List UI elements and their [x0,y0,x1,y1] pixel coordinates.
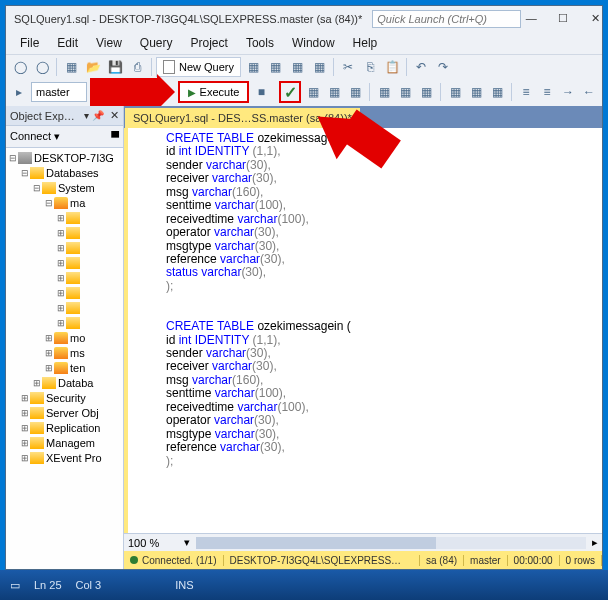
live-stats-icon[interactable]: ▦ [396,82,414,102]
tree-databases[interactable]: Databases [46,167,99,179]
query-options-icon[interactable]: ▦ [325,82,343,102]
dmx-icon[interactable]: ▦ [287,57,307,77]
expand-icon[interactable]: ⊞ [20,453,30,463]
tree-databa[interactable]: Databa [58,377,93,389]
zoom-dropdown-icon[interactable]: ▾ [184,536,190,549]
scrollbar-thumb[interactable] [196,537,436,549]
nav-back-icon[interactable]: ◯ [10,57,30,77]
results-file-icon[interactable]: ▦ [488,82,506,102]
save-icon[interactable]: 💾 [105,57,125,77]
expand-icon[interactable]: ⊞ [56,243,66,253]
redo-icon[interactable]: ↷ [433,57,453,77]
close-button[interactable]: ✕ [585,12,605,26]
separator [333,58,334,76]
minimize-button[interactable]: — [521,12,541,26]
expand-icon[interactable]: ⊞ [44,348,54,358]
expand-icon[interactable]: ⊞ [20,438,30,448]
expand-icon[interactable]: ⊞ [56,213,66,223]
expand-icon[interactable]: ⊞ [20,408,30,418]
expand-icon[interactable]: ⊞ [56,273,66,283]
comment-icon[interactable]: ≡ [517,82,535,102]
menu-view[interactable]: View [88,34,130,52]
expand-icon[interactable]: ⊞ [56,303,66,313]
connected-icon [130,556,138,564]
pin-icon[interactable]: ▾ 📌 [84,110,104,121]
results-text-icon[interactable]: ▦ [467,82,485,102]
indent-icon[interactable]: → [559,82,577,102]
expand-icon[interactable]: ⊟ [8,153,18,163]
menu-project[interactable]: Project [183,34,236,52]
menu-tools[interactable]: Tools [238,34,282,52]
db-icon [54,347,68,359]
database-select[interactable] [31,82,87,102]
xmla-icon[interactable]: ▦ [309,57,329,77]
tree-xevent[interactable]: XEvent Pro [46,452,102,464]
open-icon[interactable]: 📂 [83,57,103,77]
tree-serverobj[interactable]: Server Obj [46,407,99,419]
paste-icon[interactable]: 📋 [382,57,402,77]
results-grid-icon[interactable]: ▦ [446,82,464,102]
tree-security[interactable]: Security [46,392,86,404]
client-stats-icon[interactable]: ▦ [417,82,435,102]
tree-ten[interactable]: ten [70,362,85,374]
connect-bar[interactable]: Connect ▾ ▀ [6,126,123,148]
menu-help[interactable]: Help [345,34,386,52]
zoom-level[interactable]: 100 % [128,537,184,549]
db-query-icon[interactable]: ▦ [243,57,263,77]
menu-query[interactable]: Query [132,34,181,52]
menu-file[interactable]: File [12,34,47,52]
use-db-icon[interactable]: ▸ [10,82,28,102]
parse-button[interactable]: ✓ [279,81,301,103]
expand-icon[interactable]: ⊞ [56,318,66,328]
maximize-button[interactable]: ☐ [553,12,573,26]
undo-icon[interactable]: ↶ [411,57,431,77]
cut-icon[interactable]: ✂ [338,57,358,77]
expand-icon[interactable]: ⊞ [56,288,66,298]
expand-icon[interactable]: ⊟ [32,183,42,193]
expand-icon[interactable]: ⊞ [20,423,30,433]
execute-button[interactable]: ▶ Execute [178,81,250,103]
expand-icon[interactable]: ⊞ [56,228,66,238]
nav-fwd-icon[interactable]: ◯ [32,57,52,77]
copy-icon[interactable]: ⎘ [360,57,380,77]
taskbar-app-icon[interactable]: ▭ [10,579,20,592]
mdx-icon[interactable]: ▦ [265,57,285,77]
editor-area: SQLQuery1.sql - DES…SS.master (sa (84))*… [124,106,602,569]
estimated-plan-icon[interactable]: ▦ [304,82,322,102]
play-icon: ▶ [188,87,196,98]
menu-window[interactable]: Window [284,34,343,52]
object-tree[interactable]: ⊟DESKTOP-7I3G ⊟Databases ⊟System ⊟ma ⊞ ⊞… [6,148,123,569]
actual-plan-icon[interactable]: ▦ [375,82,393,102]
save-all-icon[interactable]: ⎙ [127,57,147,77]
new-project-icon[interactable]: ▦ [61,57,81,77]
tree-server[interactable]: DESKTOP-7I3G [34,152,114,164]
tree-mo[interactable]: mo [70,332,85,344]
tree-replication[interactable]: Replication [46,422,100,434]
stop-icon[interactable]: ■ [252,82,270,102]
taskbar[interactable]: ▭ Ln 25 Col 3 INS [0,570,608,600]
uncomment-icon[interactable]: ≡ [538,82,556,102]
expand-icon[interactable]: ⊞ [44,363,54,373]
scroll-right-icon[interactable]: ▸ [592,536,598,549]
connect-label: Connect ▾ [10,130,60,143]
tree-ma[interactable]: ma [70,197,85,209]
sql-editor[interactable]: CREATE TABLE ozekimessageout id int IDEN… [124,128,602,533]
tree-system[interactable]: System [58,182,95,194]
tree-managem[interactable]: Managem [46,437,95,449]
expand-icon[interactable]: ⊞ [32,378,42,388]
menu-edit[interactable]: Edit [49,34,86,52]
outdent-icon[interactable]: ← [580,82,598,102]
expand-icon[interactable]: ⊟ [20,168,30,178]
expand-icon[interactable]: ⊞ [56,258,66,268]
connect-dropdown-icon[interactable]: ▀ [111,131,119,143]
expand-icon[interactable]: ⊞ [44,333,54,343]
panel-close-icon[interactable]: ✕ [110,109,119,122]
quick-launch-input[interactable] [372,10,521,28]
window-buttons: — ☐ ✕ [521,12,608,26]
intellisense-icon[interactable]: ▦ [346,82,364,102]
menubar: File Edit View Query Project Tools Windo… [6,32,602,54]
tree-ms[interactable]: ms [70,347,85,359]
expand-icon[interactable]: ⊞ [20,393,30,403]
horizontal-scrollbar[interactable] [196,537,586,549]
expand-icon[interactable]: ⊟ [44,198,54,208]
